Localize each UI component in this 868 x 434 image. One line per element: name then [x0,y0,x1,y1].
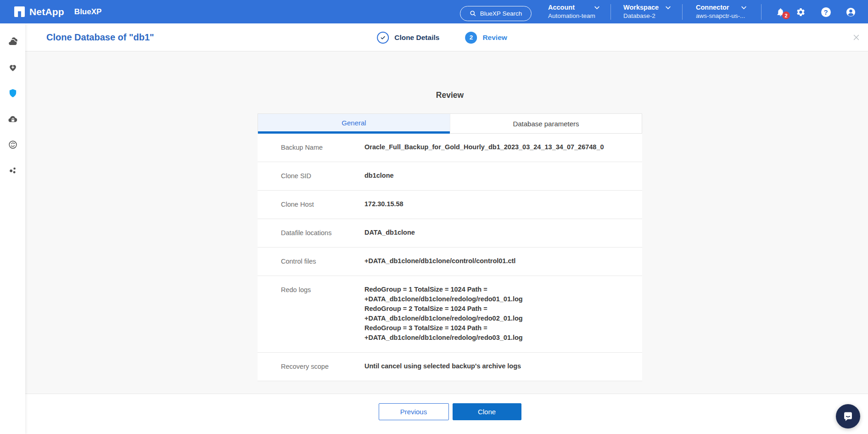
chevron-down-icon [594,4,600,11]
review-table: Backup Name Oracle_Full_Backup_for_Gold_… [258,134,642,381]
step-complete-check-icon [377,32,389,44]
chevron-down-icon [665,4,672,11]
row-label: Clone SID [281,172,364,180]
row-label: Datafile locations [281,229,364,237]
top-bar: NetApp BlueXP BlueXP Search Account Auto… [0,0,868,23]
row-label: Clone Host [281,200,364,209]
review-tabs: General Database parameters [258,113,642,134]
account-menu[interactable]: Account Automation-team [548,4,600,21]
row-label: Recovery scope [281,362,364,371]
close-icon [852,34,860,41]
clone-button[interactable]: Clone [453,403,521,420]
notifications-button[interactable]: 2 [775,6,786,17]
table-row-recovery-scope: Recovery scope Until cancel using select… [258,353,642,381]
netapp-logo-icon [14,6,25,17]
left-nav [0,23,25,434]
table-row-control-files: Control files +DATA_db1clone/db1clone/co… [258,248,642,276]
gear-icon [796,7,806,17]
row-value: Oracle_Full_Backup_for_Gold_Hourly_db1_2… [364,142,615,152]
previous-button[interactable]: Previous [379,403,449,420]
table-row-clone-host: Clone Host 172.30.15.58 [258,191,642,219]
row-label: Backup Name [281,143,364,152]
nav-extensions-dots-icon[interactable] [7,165,18,176]
bluexp-search-button[interactable]: BlueXP Search [460,6,532,21]
search-icon [470,10,476,17]
row-value: db1clone [364,171,405,180]
row-value: RedoGroup = 1 TotalSize = 1024 Path = +D… [364,285,534,343]
nav-storage-clouds-icon[interactable] [7,36,18,47]
chat-bubble-icon [842,410,854,423]
row-value: +DATA_db1clone/db1clone/control/control0… [364,256,526,266]
review-heading: Review [258,90,642,100]
step-clone-details[interactable]: Clone Details [377,32,439,44]
account-menu-value: Automation-team [548,12,600,19]
row-value: 172.30.15.58 [364,199,414,209]
nav-protection-shield-icon[interactable] [7,88,18,99]
row-value: DATA_db1clone [364,228,426,237]
nav-governance-cloud-lock-icon[interactable] [7,113,18,124]
header-divider [761,4,762,20]
chevron-down-icon [740,4,747,11]
row-label: Control files [281,257,364,266]
review-content: Review General Database parameters Backu… [25,51,868,394]
brand[interactable]: NetApp BlueXP [14,0,101,23]
connector-menu-label: Connector [696,4,729,11]
row-label: Redo logs [281,286,364,343]
page-title: Clone Database of "db1" [46,32,154,43]
header-divider [682,4,683,20]
tab-general[interactable]: General [258,114,450,134]
workspace-menu-value: Database-2 [623,12,672,19]
table-row-backup-name: Backup Name Oracle_Full_Backup_for_Gold_… [258,134,642,162]
workspace-menu[interactable]: Workspace Database-2 [623,4,672,21]
notification-badge: 2 [782,11,790,19]
help-button[interactable]: ? [820,6,831,17]
chat-support-button[interactable] [836,404,860,428]
table-row-clone-sid: Clone SID db1clone [258,162,642,191]
brand-name: NetApp [29,6,64,17]
step-number: 2 [465,32,477,44]
help-icon: ? [821,7,831,17]
product-name: BlueXP [74,7,102,17]
wizard-header: Clone Database of "db1" Clone Details 2 … [25,23,868,51]
step-label: Clone Details [394,34,439,42]
review-panel: Review General Database parameters Backu… [258,51,642,381]
footer-actions: Previous Clone [28,394,868,434]
nav-health-heart-plus-icon[interactable] [7,62,18,73]
wizard-stepper: Clone Details 2 Review [377,23,507,51]
nav-sync-restore-icon[interactable] [7,139,18,150]
user-profile-button[interactable] [845,6,856,17]
connector-menu[interactable]: Connector aws-snapctr-us-... [696,4,747,21]
step-label: Review [482,34,507,42]
workspace-menu-label: Workspace [623,4,659,11]
step-review[interactable]: 2 Review [465,32,507,44]
tab-database-parameters[interactable]: Database parameters [450,114,642,134]
row-value: Until cancel using selected backup's arc… [364,361,532,371]
search-label: BlueXP Search [480,10,522,17]
table-row-datafile-locations: Datafile locations DATA_db1clone [258,219,642,248]
close-wizard-button[interactable] [851,32,862,43]
header-divider [610,4,611,20]
settings-button[interactable] [795,6,806,17]
wizard-footer: Previous Clone [25,394,868,434]
table-row-redo-logs: Redo logs RedoGroup = 1 TotalSize = 1024… [258,276,642,353]
connector-menu-value: aws-snapctr-us-... [696,12,747,19]
account-menu-label: Account [548,4,575,11]
user-avatar-icon [846,7,856,17]
